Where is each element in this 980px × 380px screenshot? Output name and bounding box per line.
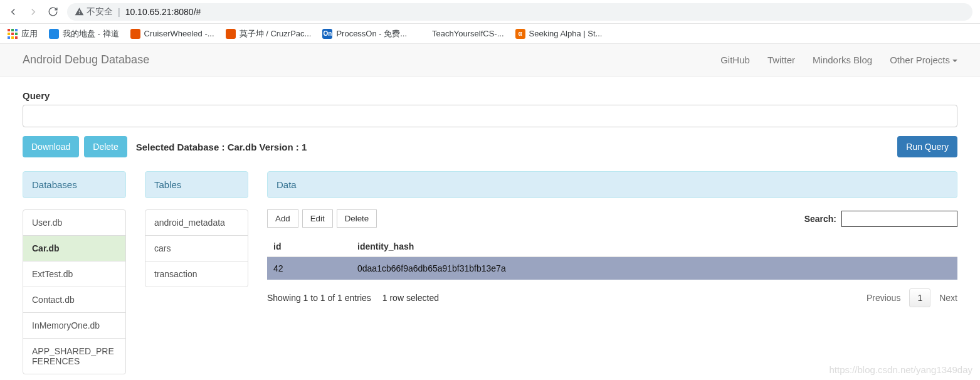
address-bar[interactable]: 不安全 | 10.10.65.21:8080/# [67,3,972,21]
query-actions: Download Delete Selected Database : Car.… [23,136,957,157]
tables-column: Tables android_metadatacarstransaction [145,171,248,287]
run-query-button[interactable]: Run Query [897,136,957,157]
bookmark-icon [226,29,236,39]
edit-button[interactable]: Edit [302,209,333,228]
bookmark-item[interactable]: 莫子坤 / CruzrPac... [226,28,312,40]
bookmark-icon: On [322,29,332,39]
nav-link[interactable]: Twitter [767,55,795,65]
nav-link[interactable]: GitHub [720,55,750,65]
bookmark-item[interactable]: 我的地盘 - 禅道 [49,28,119,40]
table-footer: Showing 1 to 1 of 1 entries 1 row select… [267,288,957,307]
previous-page[interactable]: Previous [867,293,900,303]
tables-list: android_metadatacarstransaction [145,209,248,287]
bookmark-icon [418,29,428,39]
bookmark-item[interactable]: TeachYourselfCS-... [418,28,503,40]
database-item[interactable]: User.db [23,210,125,236]
data-header: Data [267,171,957,198]
bookmark-label: 莫子坤 / CruzrPac... [240,28,312,40]
app-navbar: Android Debug Database GitHubTwitterMind… [0,44,980,77]
data-column: Data Add Edit Delete Search: ididentity_… [267,171,957,307]
bookmark-icon: α [515,29,525,39]
databases-list: User.dbCar.dbExtTest.dbContact.dbInMemor… [23,209,126,374]
table-cell: 42 [267,257,351,280]
bookmark-label: TeachYourselfCS-... [432,29,503,38]
add-button[interactable]: Add [267,209,298,228]
bookmark-item[interactable]: CruiserWheeled -... [130,28,214,40]
delete-db-button[interactable]: Delete [84,136,127,157]
reload-icon[interactable] [48,6,58,17]
showing-info: Showing 1 to 1 of 1 entries [267,293,371,303]
table-item[interactable]: cars [145,236,248,261]
query-label: Query [23,90,957,101]
table-item[interactable]: android_metadata [145,210,248,236]
bookmark-label: 我的地盘 - 禅道 [63,28,119,40]
data-toolbar: Add Edit Delete Search: [267,209,957,228]
database-item[interactable]: APP_SHARED_PREFERENCES [23,339,125,374]
back-icon[interactable] [8,6,19,18]
bookmark-icon [49,29,59,39]
database-item[interactable]: Contact.db [23,287,125,313]
data-table: ididentity_hash 420daa1cb66f9a6db65a91bf… [267,236,957,280]
browser-toolbar: 不安全 | 10.10.65.21:8080/# [0,0,980,24]
insecure-icon: 不安全 [75,6,113,18]
chevron-down-icon [952,60,957,62]
apps-label: 应用 [21,28,38,40]
table-cell: 0daa1cb66f9a6db65a91bf31bfb13e7a [351,257,957,280]
table-row[interactable]: 420daa1cb66f9a6db65a91bf31bfb13e7a [267,257,957,280]
insecure-label: 不安全 [87,6,113,18]
next-page[interactable]: Next [939,293,957,303]
bookmark-item[interactable]: OnProcessOn - 免费... [322,28,407,40]
bookmarks-bar: 应用 我的地盘 - 禅道CruiserWheeled -...莫子坤 / Cru… [0,24,980,44]
databases-column: Databases User.dbCar.dbExtTest.dbContact… [23,171,126,374]
database-item[interactable]: ExtTest.db [23,261,125,287]
app-brand[interactable]: Android Debug Database [23,53,149,66]
forward-icon[interactable] [28,6,39,18]
column-header[interactable]: identity_hash [351,236,957,257]
content: Query Download Delete Selected Database … [0,77,980,380]
bookmark-label: Seeking Alpha | St... [529,29,603,38]
selected-db-text: Selected Database : Car.db Version : 1 [136,142,307,152]
database-item[interactable]: InMemoryOne.db [23,313,125,339]
delete-row-button[interactable]: Delete [337,209,377,228]
database-item[interactable]: Car.db [23,236,125,261]
tables-header: Tables [145,171,248,198]
query-input[interactable] [23,105,957,127]
apps-icon [8,29,18,39]
bookmark-label: ProcessOn - 免费... [336,28,407,40]
bookmark-item[interactable]: αSeeking Alpha | St... [515,28,603,40]
pagination: Previous 1 Next [867,288,957,307]
page-1[interactable]: 1 [909,288,930,307]
address-separator: | [118,7,120,17]
bookmark-label: CruiserWheeled -... [144,29,214,38]
download-button[interactable]: Download [23,136,79,157]
selected-info: 1 row selected [382,293,439,303]
apps-button[interactable]: 应用 [8,28,38,40]
nav-link[interactable]: Mindorks Blog [813,55,872,65]
search-input[interactable] [841,211,957,227]
nav-link[interactable]: Other Projects [890,55,957,65]
column-header[interactable]: id [267,236,351,257]
search-label: Search: [804,214,836,224]
databases-header: Databases [23,171,126,198]
bookmark-icon [130,29,140,39]
table-item[interactable]: transaction [145,261,248,287]
address-url: 10.10.65.21:8080/# [125,7,201,17]
